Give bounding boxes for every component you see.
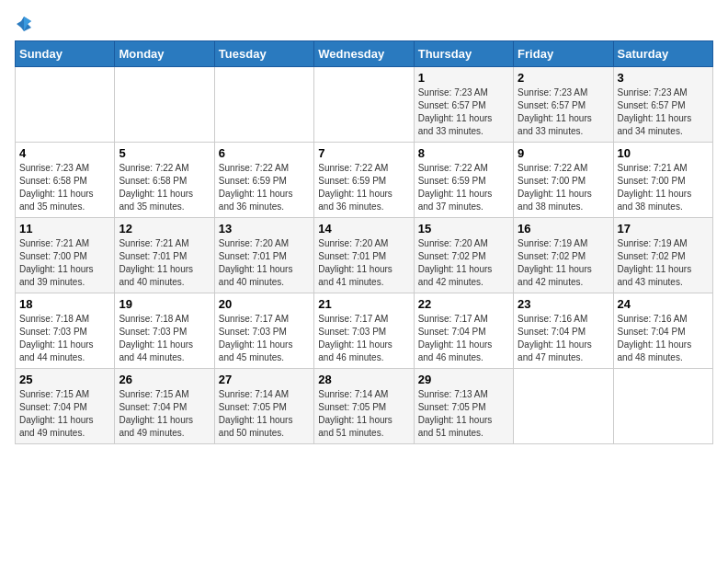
- calendar-cell: 22Sunrise: 7:17 AM Sunset: 7:04 PM Dayli…: [414, 293, 513, 369]
- day-number: 19: [119, 297, 210, 311]
- day-number: 6: [219, 146, 310, 160]
- calendar-cell: 21Sunrise: 7:17 AM Sunset: 7:03 PM Dayli…: [314, 293, 414, 369]
- day-number: 26: [119, 373, 210, 386]
- calendar-cell: [514, 369, 613, 444]
- calendar-cell: [16, 67, 115, 143]
- calendar-header-row: SundayMondayTuesdayWednesdayThursdayFrid…: [16, 41, 713, 67]
- calendar-cell: 17Sunrise: 7:19 AM Sunset: 7:02 PM Dayli…: [613, 218, 712, 293]
- day-info: Sunrise: 7:20 AM Sunset: 7:01 PM Dayligh…: [219, 237, 310, 289]
- week-row-4: 18Sunrise: 7:18 AM Sunset: 7:03 PM Dayli…: [16, 293, 713, 369]
- day-info: Sunrise: 7:15 AM Sunset: 7:04 PM Dayligh…: [119, 388, 210, 440]
- logo: [15, 15, 33, 33]
- day-header-wednesday: Wednesday: [314, 41, 414, 67]
- calendar-cell: 26Sunrise: 7:15 AM Sunset: 7:04 PM Dayli…: [115, 369, 214, 444]
- week-row-5: 25Sunrise: 7:15 AM Sunset: 7:04 PM Dayli…: [16, 369, 713, 444]
- day-info: Sunrise: 7:22 AM Sunset: 7:00 PM Dayligh…: [518, 162, 609, 213]
- day-info: Sunrise: 7:19 AM Sunset: 7:02 PM Dayligh…: [518, 237, 609, 289]
- calendar-cell: 14Sunrise: 7:20 AM Sunset: 7:01 PM Dayli…: [314, 218, 414, 293]
- calendar-cell: 16Sunrise: 7:19 AM Sunset: 7:02 PM Dayli…: [514, 218, 613, 293]
- calendar-cell: 29Sunrise: 7:13 AM Sunset: 7:05 PM Dayli…: [414, 369, 513, 444]
- day-number: 22: [418, 297, 509, 311]
- calendar-cell: [214, 67, 313, 143]
- day-info: Sunrise: 7:20 AM Sunset: 7:02 PM Dayligh…: [418, 237, 509, 289]
- day-info: Sunrise: 7:19 AM Sunset: 7:02 PM Dayligh…: [618, 237, 709, 289]
- calendar-cell: 24Sunrise: 7:16 AM Sunset: 7:04 PM Dayli…: [613, 293, 712, 369]
- day-number: 25: [19, 373, 110, 386]
- calendar-cell: 5Sunrise: 7:22 AM Sunset: 6:58 PM Daylig…: [115, 143, 214, 218]
- calendar-cell: [115, 67, 214, 143]
- calendar-cell: 25Sunrise: 7:15 AM Sunset: 7:04 PM Dayli…: [16, 369, 115, 444]
- calendar-cell: 3Sunrise: 7:23 AM Sunset: 6:57 PM Daylig…: [613, 67, 712, 143]
- day-number: 5: [119, 146, 210, 160]
- calendar-cell: 27Sunrise: 7:14 AM Sunset: 7:05 PM Dayli…: [214, 369, 313, 444]
- calendar-cell: 20Sunrise: 7:17 AM Sunset: 7:03 PM Dayli…: [214, 293, 313, 369]
- day-number: 11: [19, 222, 110, 236]
- calendar-cell: 7Sunrise: 7:22 AM Sunset: 6:59 PM Daylig…: [314, 143, 414, 218]
- day-number: 20: [219, 297, 310, 311]
- week-row-3: 11Sunrise: 7:21 AM Sunset: 7:00 PM Dayli…: [16, 218, 713, 293]
- calendar-cell: 8Sunrise: 7:22 AM Sunset: 6:59 PM Daylig…: [414, 143, 513, 218]
- day-info: Sunrise: 7:23 AM Sunset: 6:57 PM Dayligh…: [518, 86, 609, 138]
- day-number: 1: [418, 71, 509, 85]
- day-number: 8: [418, 146, 509, 160]
- day-number: 10: [618, 146, 709, 160]
- day-number: 27: [219, 373, 310, 386]
- day-info: Sunrise: 7:14 AM Sunset: 7:05 PM Dayligh…: [318, 388, 409, 440]
- calendar-cell: 13Sunrise: 7:20 AM Sunset: 7:01 PM Dayli…: [214, 218, 313, 293]
- day-info: Sunrise: 7:20 AM Sunset: 7:01 PM Dayligh…: [318, 237, 409, 289]
- week-row-1: 1Sunrise: 7:23 AM Sunset: 6:57 PM Daylig…: [16, 67, 713, 143]
- day-number: 14: [318, 222, 409, 236]
- day-info: Sunrise: 7:13 AM Sunset: 7:05 PM Dayligh…: [418, 388, 509, 440]
- day-number: 15: [418, 222, 509, 236]
- day-info: Sunrise: 7:16 AM Sunset: 7:04 PM Dayligh…: [518, 313, 609, 364]
- day-info: Sunrise: 7:18 AM Sunset: 7:03 PM Dayligh…: [19, 313, 110, 364]
- day-header-monday: Monday: [115, 41, 214, 67]
- day-header-tuesday: Tuesday: [214, 41, 313, 67]
- day-info: Sunrise: 7:22 AM Sunset: 6:58 PM Dayligh…: [119, 162, 210, 213]
- day-info: Sunrise: 7:22 AM Sunset: 6:59 PM Dayligh…: [219, 162, 310, 213]
- day-number: 13: [219, 222, 310, 236]
- day-number: 7: [318, 146, 409, 160]
- calendar-cell: 4Sunrise: 7:23 AM Sunset: 6:58 PM Daylig…: [16, 143, 115, 218]
- logo-bird-icon: [15, 15, 33, 33]
- day-info: Sunrise: 7:23 AM Sunset: 6:57 PM Dayligh…: [418, 86, 509, 138]
- day-info: Sunrise: 7:22 AM Sunset: 6:59 PM Dayligh…: [418, 162, 509, 213]
- calendar-cell: 6Sunrise: 7:22 AM Sunset: 6:59 PM Daylig…: [214, 143, 313, 218]
- day-number: 12: [119, 222, 210, 236]
- day-header-friday: Friday: [514, 41, 613, 67]
- day-info: Sunrise: 7:18 AM Sunset: 7:03 PM Dayligh…: [119, 313, 210, 364]
- day-header-sunday: Sunday: [16, 41, 115, 67]
- day-info: Sunrise: 7:21 AM Sunset: 7:00 PM Dayligh…: [618, 162, 709, 213]
- day-number: 21: [318, 297, 409, 311]
- week-row-2: 4Sunrise: 7:23 AM Sunset: 6:58 PM Daylig…: [16, 143, 713, 218]
- calendar-cell: [613, 369, 712, 444]
- day-info: Sunrise: 7:14 AM Sunset: 7:05 PM Dayligh…: [219, 388, 310, 440]
- day-number: 4: [19, 146, 110, 160]
- calendar-cell: 23Sunrise: 7:16 AM Sunset: 7:04 PM Dayli…: [514, 293, 613, 369]
- day-number: 23: [518, 297, 609, 311]
- calendar-cell: 2Sunrise: 7:23 AM Sunset: 6:57 PM Daylig…: [514, 67, 613, 143]
- calendar-cell: 19Sunrise: 7:18 AM Sunset: 7:03 PM Dayli…: [115, 293, 214, 369]
- page-header: [15, 15, 713, 33]
- day-header-thursday: Thursday: [414, 41, 513, 67]
- day-info: Sunrise: 7:21 AM Sunset: 7:01 PM Dayligh…: [119, 237, 210, 289]
- day-number: 18: [19, 297, 110, 311]
- day-number: 3: [618, 71, 709, 85]
- day-number: 24: [618, 297, 709, 311]
- day-info: Sunrise: 7:17 AM Sunset: 7:03 PM Dayligh…: [219, 313, 310, 364]
- day-info: Sunrise: 7:17 AM Sunset: 7:03 PM Dayligh…: [318, 313, 409, 364]
- day-info: Sunrise: 7:23 AM Sunset: 6:58 PM Dayligh…: [19, 162, 110, 213]
- calendar-cell: 11Sunrise: 7:21 AM Sunset: 7:00 PM Dayli…: [16, 218, 115, 293]
- calendar-cell: 15Sunrise: 7:20 AM Sunset: 7:02 PM Dayli…: [414, 218, 513, 293]
- calendar-table: SundayMondayTuesdayWednesdayThursdayFrid…: [15, 40, 713, 444]
- day-info: Sunrise: 7:16 AM Sunset: 7:04 PM Dayligh…: [618, 313, 709, 364]
- calendar-cell: 28Sunrise: 7:14 AM Sunset: 7:05 PM Dayli…: [314, 369, 414, 444]
- calendar-cell: 12Sunrise: 7:21 AM Sunset: 7:01 PM Dayli…: [115, 218, 214, 293]
- day-number: 29: [418, 373, 509, 386]
- calendar-body: 1Sunrise: 7:23 AM Sunset: 6:57 PM Daylig…: [16, 67, 713, 444]
- day-info: Sunrise: 7:23 AM Sunset: 6:57 PM Dayligh…: [618, 86, 709, 138]
- calendar-cell: 1Sunrise: 7:23 AM Sunset: 6:57 PM Daylig…: [414, 67, 513, 143]
- day-number: 9: [518, 146, 609, 160]
- day-info: Sunrise: 7:21 AM Sunset: 7:00 PM Dayligh…: [19, 237, 110, 289]
- day-info: Sunrise: 7:15 AM Sunset: 7:04 PM Dayligh…: [19, 388, 110, 440]
